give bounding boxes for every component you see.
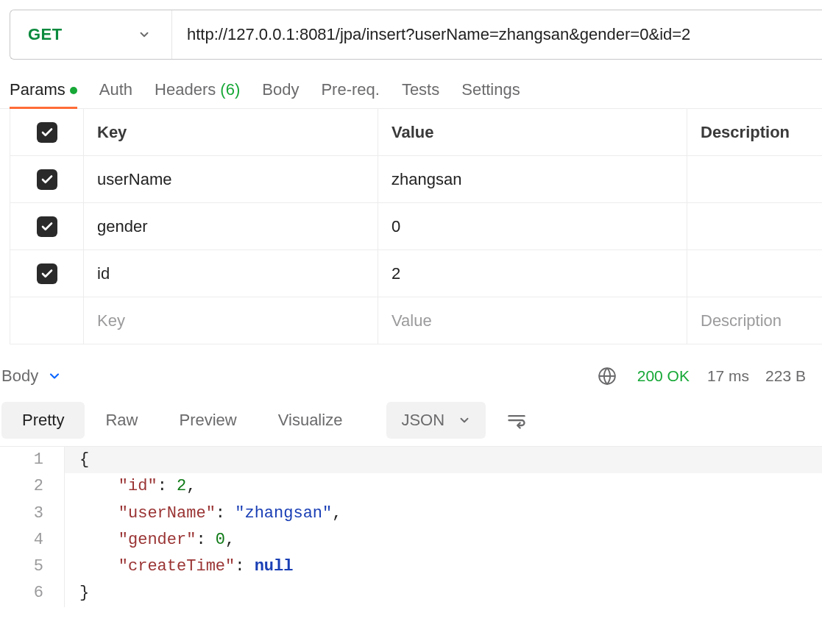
tab-tests[interactable]: Tests	[402, 80, 439, 108]
chevron-down-icon	[138, 28, 151, 41]
new-row-check-cell	[10, 297, 84, 344]
http-method-select[interactable]: GET	[10, 10, 172, 59]
line-wrap-icon[interactable]	[506, 410, 527, 431]
param-desc-input[interactable]	[687, 203, 822, 250]
view-tab-pretty[interactable]: Pretty	[1, 402, 85, 439]
param-value-input[interactable]: 2	[378, 250, 687, 297]
tab-params-label: Params	[10, 80, 65, 99]
code-line: 1{	[0, 447, 822, 473]
url-input[interactable]: http://127.0.0.1:8081/jpa/insert?userNam…	[172, 10, 822, 59]
param-value-input[interactable]: zhangsan	[378, 156, 687, 202]
col-header-key: Key	[84, 109, 378, 155]
new-row-desc-input[interactable]: Description	[687, 297, 822, 344]
line-content: "createTime": null	[65, 553, 293, 580]
line-content: "userName": "zhangsan",	[65, 500, 341, 527]
tab-prereq[interactable]: Pre-req.	[321, 80, 379, 108]
param-desc-input[interactable]	[687, 250, 822, 297]
line-number: 4	[0, 527, 65, 553]
tab-settings[interactable]: Settings	[461, 80, 520, 108]
tab-auth[interactable]: Auth	[99, 80, 132, 108]
view-tab-preview[interactable]: Preview	[158, 402, 257, 439]
tab-body[interactable]: Body	[262, 80, 299, 108]
line-number: 2	[0, 473, 65, 500]
tab-headers-label: Headers	[155, 80, 216, 99]
http-method-label: GET	[28, 25, 63, 44]
params-active-dot-icon	[70, 87, 77, 94]
globe-icon[interactable]	[598, 367, 617, 386]
param-key-input[interactable]: gender	[84, 203, 378, 250]
line-number: 6	[0, 580, 65, 606]
params-table: Key Value Description userNamezhangsange…	[10, 109, 822, 344]
checkbox-checked-icon	[37, 122, 57, 143]
param-key-input[interactable]: userName	[84, 156, 378, 202]
response-time: 17 ms	[707, 367, 749, 385]
code-line: 6}	[0, 580, 822, 606]
checkbox-checked-icon	[37, 216, 57, 237]
tab-params[interactable]: Params	[10, 80, 77, 108]
view-tab-visualize[interactable]: Visualize	[258, 402, 364, 439]
response-meta-bar: Body 200 OK 17 ms 223 B	[0, 352, 822, 400]
request-tabs: Params Auth Headers (6) Body Pre-req. Te…	[0, 60, 822, 109]
response-format-select[interactable]: JSON	[386, 402, 486, 439]
headers-count-badge: (6)	[220, 80, 240, 99]
checkbox-checked-icon	[37, 263, 57, 284]
line-content: "gender": 0,	[65, 527, 235, 553]
code-line: 4 "gender": 0,	[0, 527, 822, 553]
row-checkbox-cell[interactable]	[10, 250, 84, 297]
params-new-row[interactable]: Key Value Description	[10, 297, 822, 344]
select-all-cell[interactable]	[10, 109, 84, 155]
params-header-row: Key Value Description	[10, 109, 822, 156]
col-header-description: Description	[687, 109, 822, 155]
response-body-code[interactable]: 1{2 "id": 2,3 "userName": "zhangsan",4 "…	[0, 446, 822, 607]
response-view-tabs: Pretty Raw Preview Visualize JSON	[0, 402, 822, 439]
line-number: 5	[0, 553, 65, 580]
tab-headers[interactable]: Headers (6)	[155, 80, 240, 108]
param-key-input[interactable]: id	[84, 250, 378, 297]
checkbox-checked-icon	[37, 169, 57, 190]
response-section-select[interactable]: Body	[1, 367, 38, 386]
code-line: 3 "userName": "zhangsan",	[0, 500, 822, 527]
chevron-down-icon[interactable]	[47, 369, 62, 383]
line-content: }	[65, 580, 89, 606]
row-checkbox-cell[interactable]	[10, 156, 84, 202]
line-content: "id": 2,	[65, 473, 196, 500]
line-number: 1	[0, 447, 65, 473]
line-number: 3	[0, 500, 65, 527]
col-header-value: Value	[378, 109, 687, 155]
table-row: id2	[10, 250, 822, 297]
response-format-label: JSON	[401, 411, 444, 430]
code-line: 5 "createTime": null	[0, 553, 822, 580]
response-size: 223 B	[765, 367, 806, 385]
table-row: userNamezhangsan	[10, 156, 822, 203]
chevron-down-icon	[458, 414, 471, 427]
row-checkbox-cell[interactable]	[10, 203, 84, 250]
new-row-key-input[interactable]: Key	[84, 297, 378, 344]
param-desc-input[interactable]	[687, 156, 822, 202]
param-value-input[interactable]: 0	[378, 203, 687, 250]
line-content: {	[65, 447, 822, 473]
table-row: gender0	[10, 203, 822, 250]
view-tab-raw[interactable]: Raw	[85, 402, 158, 439]
response-status: 200 OK	[637, 367, 690, 385]
request-url-bar: GET http://127.0.0.1:8081/jpa/insert?use…	[10, 10, 822, 60]
code-line: 2 "id": 2,	[0, 473, 822, 500]
new-row-value-input[interactable]: Value	[378, 297, 687, 344]
